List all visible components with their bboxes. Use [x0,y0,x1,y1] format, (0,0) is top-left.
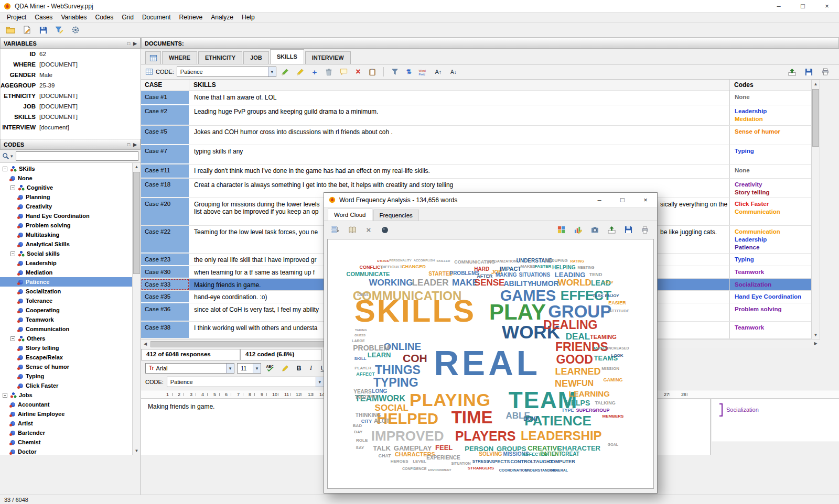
margin-code-label[interactable]: Socialization [726,407,759,413]
table-row-case-1[interactable]: Case #1None that I am aware of. LOLNone [141,91,811,105]
retrieve-icon[interactable] [53,24,66,36]
tab-skills[interactable]: SKILLS [270,49,304,64]
code-tree-item-planning[interactable]: Planning [0,192,132,202]
code-pen-green-icon[interactable] [279,66,292,78]
scroll-down-icon[interactable]: ▼ [812,331,820,339]
code-label-hand-eye-coordination[interactable]: Hand Eye Coordination [735,293,806,301]
code-label-mediation[interactable]: Mediation [735,115,806,123]
menu-cases[interactable]: Cases [30,13,57,21]
code-label-teamwork[interactable]: Teamwork [735,268,806,276]
code-label-none[interactable]: None [735,93,806,101]
sort-frequencies-icon[interactable] [329,224,341,236]
font-family-combo[interactable]: Tr Arial ▾ [145,363,234,374]
codes-dock-icon[interactable]: □ [127,142,130,147]
table-row-case-11[interactable]: Case #11I really don't think much I've d… [141,165,811,179]
minimize-button[interactable]: – [767,0,791,13]
menu-analyze[interactable]: Analyze [207,13,238,21]
column-header-codes[interactable]: Codes [730,80,811,91]
font-increase-icon[interactable]: A↑ [432,66,445,78]
code-tree-item-hand-eye-coordination[interactable]: Hand Eye Coordination [0,211,132,221]
tree-collapse-icon[interactable]: − [3,393,7,398]
code-tree-item-creativity[interactable]: Creativity [0,202,132,211]
code-tree-item-analytical-skills[interactable]: Analytical Skills [0,239,132,249]
scroll-down-icon[interactable]: ▼ [133,447,141,455]
code-label-socialization[interactable]: Socialization [735,281,806,289]
code-tree-item-bartender[interactable]: Bartender [0,428,132,437]
code-combo[interactable]: Patience ▾ [177,67,276,77]
dialog-minimize-button[interactable]: – [588,193,611,207]
chart-edit-icon[interactable] [572,224,584,236]
tab-job[interactable]: JOB [243,51,269,64]
code-tree-item-typing[interactable]: Typing [0,371,132,381]
export-icon[interactable] [605,224,618,236]
filter-icon[interactable] [389,66,401,78]
code-tree-item-none[interactable]: None [0,173,132,183]
code-label-story-telling[interactable]: Story telling [735,189,806,196]
spellcheck-icon[interactable]: ABC [264,362,276,374]
tab-where[interactable]: WHERE [162,51,197,64]
delete-coding-icon[interactable] [322,66,335,78]
export-icon[interactable] [786,66,798,78]
code-tree-item-communication[interactable]: Communication [0,324,132,334]
code-tree-item-multitasking[interactable]: Multitasking [0,230,132,239]
font-size-combo[interactable]: 11 ▾ [237,363,261,374]
scrollbar-thumb[interactable] [812,89,819,147]
code-label-click-faster[interactable]: Click Faster [735,200,806,208]
column-header-case[interactable]: CASE [141,80,189,91]
menu-grid[interactable]: Grid [117,13,138,21]
dialog-maximize-button[interactable]: □ [611,193,634,207]
chart-grid-icon[interactable] [555,224,567,236]
code-label-typing[interactable]: Typing [735,147,806,155]
code-label-patience[interactable]: Patience [735,244,806,251]
code-label-leadership[interactable]: Leadership [735,236,806,244]
tab-ethnicity[interactable]: ETHNICITY [198,51,242,64]
code-label-none[interactable]: None [735,167,806,174]
options-icon[interactable] [379,224,391,236]
code-label-sense-of-humor[interactable]: Sense of humor [735,128,806,136]
code-tree-item-artist[interactable]: Artist [0,419,132,428]
table-row-case-5[interactable]: Case #5Jokes and COH humor cross into di… [141,126,811,145]
code-tree-item-doctor[interactable]: Doctor [0,447,132,455]
codes-search-input[interactable] [16,151,138,161]
code-tree-item-click-faster[interactable]: Click Faster [0,381,132,390]
code-tree-item-others[interactable]: −Others [0,334,132,343]
grid-view-tab[interactable] [145,51,161,64]
variables-dock-icon[interactable]: □ [127,41,130,46]
code-label-creativity[interactable]: Creativity [735,181,806,189]
menu-variables[interactable]: Variables [57,13,91,21]
print-icon[interactable] [819,66,832,78]
snapshot-icon[interactable] [588,224,601,236]
menu-codes[interactable]: Codes [91,13,118,21]
highlighter-icon[interactable] [279,362,292,374]
comment-icon[interactable] [338,66,350,78]
scrollbar-thumb[interactable] [133,172,140,274]
code-label-leadership[interactable]: Leadership [735,107,806,115]
table-row-case-2[interactable]: Case #2Leading huge PvP groups and keepi… [141,105,811,126]
table-vertical-scrollbar[interactable]: ▲ ▼ [811,80,820,339]
code-tree-item-cognitive[interactable]: −Cognitive [0,183,132,192]
scroll-left-icon[interactable]: ◀ [141,340,149,348]
close-button[interactable]: × [815,0,839,13]
menu-project[interactable]: Project [3,13,30,21]
bold-button[interactable]: B [294,365,304,372]
menu-help[interactable]: Help [238,13,259,21]
maximize-button[interactable]: □ [791,0,815,13]
dialog-tab-word-cloud[interactable]: Word Cloud [328,208,372,221]
scroll-up-icon[interactable]: ▲ [812,80,820,88]
menu-document[interactable]: Document [138,13,175,21]
code-tree-item-teamwork[interactable]: Teamwork [0,315,132,324]
exclude-word-icon[interactable]: × [363,224,374,236]
tree-collapse-icon[interactable]: − [3,167,7,171]
view-table-icon[interactable] [145,68,153,75]
remove-code-icon[interactable]: × [353,66,363,78]
tree-collapse-icon[interactable]: − [10,185,15,190]
new-project-icon[interactable] [20,24,33,36]
code-tree-item-leadership[interactable]: Leadership [0,258,132,268]
dialog-titlebar[interactable]: Word Frequency Analysis - 134,656 words … [324,193,657,207]
word-field-icon[interactable]: WordField [417,66,429,78]
print-icon[interactable] [639,224,651,236]
scroll-right-icon[interactable]: ▶ [811,339,820,348]
variables-expand-icon[interactable]: ▶ [133,41,137,46]
codes-tree-scrollbar[interactable]: ▲ ▼ [132,163,141,455]
font-decrease-icon[interactable]: A↓ [447,66,460,78]
